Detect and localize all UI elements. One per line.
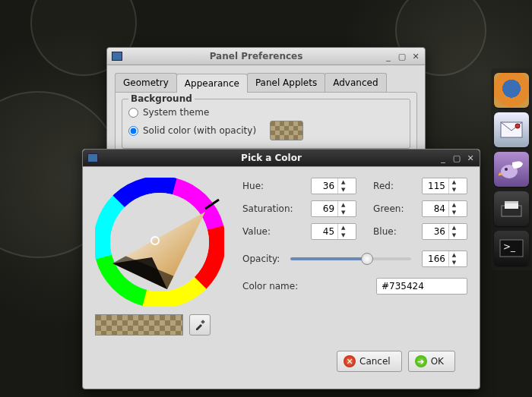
cancel-icon: ✕ <box>344 355 356 367</box>
blue-up[interactable]: ▲ <box>449 224 459 232</box>
mail-icon[interactable] <box>494 112 529 147</box>
eyedropper-icon <box>194 319 206 331</box>
saturation-label: Saturation: <box>242 203 294 214</box>
close-button[interactable]: ✕ <box>411 52 420 61</box>
radio-system-theme-input[interactable] <box>128 108 138 118</box>
pidgin-icon[interactable] <box>494 152 529 187</box>
saturation-input[interactable] <box>312 201 337 216</box>
close-button[interactable]: ✕ <box>466 153 475 162</box>
green-field[interactable]: ▲▼ <box>422 200 467 217</box>
hue-down[interactable]: ▼ <box>338 186 348 194</box>
tab-advanced[interactable]: Advanced <box>325 73 386 92</box>
blue-input[interactable] <box>423 224 448 239</box>
colorname-label: Color name: <box>242 281 366 291</box>
color-wheel-area <box>95 178 232 336</box>
hue-label: Hue: <box>242 181 294 191</box>
tab-appearance[interactable]: Appearance <box>176 74 248 93</box>
terminal-icon[interactable]: >_ <box>494 231 529 266</box>
op-up[interactable]: ▲ <box>449 251 459 259</box>
minimize-button[interactable]: _ <box>384 52 393 61</box>
saturation-field[interactable]: ▲▼ <box>311 200 356 217</box>
current-color-swatch <box>95 314 183 336</box>
color-title: Pick a Color <box>104 153 439 163</box>
pidgin-bird-icon <box>499 158 524 181</box>
minimize-button[interactable]: _ <box>439 153 448 162</box>
file-drawer-icon <box>500 200 523 218</box>
dialog-buttons: ✕ Cancel ➔ OK <box>95 346 467 381</box>
value-input[interactable] <box>312 224 337 239</box>
blue-label: Blue: <box>373 226 405 237</box>
red-field[interactable]: ▲▼ <box>422 178 467 194</box>
svg-point-3 <box>505 168 508 171</box>
color-picker-window: Pick a Color _ ▢ ✕ <box>82 149 480 389</box>
radio-system-theme-label: System theme <box>143 107 209 118</box>
val-down[interactable]: ▼ <box>338 232 348 239</box>
radio-system-theme[interactable]: System theme <box>128 107 404 118</box>
radio-solid-color-input[interactable] <box>128 126 138 136</box>
solid-color-swatch-button[interactable] <box>270 121 303 140</box>
background-group: Background System theme Solid color (wit… <box>122 99 410 149</box>
eyedropper-button[interactable] <box>189 314 211 336</box>
prefs-title: Panel Preferences <box>128 51 384 61</box>
color-body: Hue: ▲▼ Red: ▲▼ Saturation: ▲▼ Green: ▲▼… <box>83 167 480 389</box>
red-up[interactable]: ▲ <box>449 178 459 186</box>
svg-rect-21 <box>201 320 205 324</box>
ok-button[interactable]: ➔ OK <box>408 351 455 372</box>
radio-solid-color-label: Solid color (with opacity) <box>143 125 256 136</box>
red-down[interactable]: ▼ <box>449 186 459 194</box>
val-up[interactable]: ▲ <box>338 224 348 232</box>
prefs-tabs: Geometry Appearance Panel Applets Advanc… <box>115 73 417 92</box>
window-icon <box>87 153 98 162</box>
green-input[interactable] <box>423 201 448 216</box>
colorname-input[interactable] <box>376 278 467 295</box>
ok-label: OK <box>431 356 444 367</box>
radio-solid-color[interactable]: Solid color (with opacity) <box>128 121 404 140</box>
red-input[interactable] <box>423 178 448 194</box>
opacity-slider[interactable] <box>290 257 411 260</box>
blue-down[interactable]: ▼ <box>449 232 459 239</box>
green-up[interactable]: ▲ <box>449 201 459 209</box>
window-icon <box>112 52 122 61</box>
firefox-icon[interactable] <box>494 73 529 108</box>
svg-rect-6 <box>505 201 518 203</box>
green-label: Green: <box>373 203 405 214</box>
green-down[interactable]: ▼ <box>449 209 459 216</box>
svg-text:>_: >_ <box>503 241 516 252</box>
op-down[interactable]: ▼ <box>449 259 459 266</box>
hue-up[interactable]: ▲ <box>338 178 348 186</box>
files-icon[interactable] <box>494 191 529 226</box>
color-titlebar[interactable]: Pick a Color _ ▢ ✕ <box>83 150 480 167</box>
maximize-button[interactable]: ▢ <box>452 153 461 162</box>
value-label: Value: <box>242 226 294 237</box>
color-fields: Hue: ▲▼ Red: ▲▼ Saturation: ▲▼ Green: ▲▼… <box>242 178 467 336</box>
blue-field[interactable]: ▲▼ <box>422 223 467 240</box>
hue-input[interactable] <box>312 178 337 194</box>
value-field[interactable]: ▲▼ <box>311 223 356 240</box>
red-label: Red: <box>373 181 405 191</box>
opacity-field[interactable]: ▲▼ <box>422 250 467 267</box>
svg-point-1 <box>515 124 520 128</box>
prefs-titlebar[interactable]: Panel Preferences _ ▢ ✕ <box>107 48 425 65</box>
ok-icon: ➔ <box>415 355 427 367</box>
terminal-prompt-icon: >_ <box>499 239 524 257</box>
envelope-stamp-icon <box>500 121 523 138</box>
opacity-label: Opacity: <box>242 254 280 264</box>
tab-geometry[interactable]: Geometry <box>115 73 177 92</box>
cancel-button[interactable]: ✕ Cancel <box>337 351 402 372</box>
opacity-input[interactable] <box>423 251 448 266</box>
sat-down[interactable]: ▼ <box>338 209 348 216</box>
dock: >_ <box>491 68 532 270</box>
background-legend: Background <box>128 93 195 104</box>
hsv-color-wheel[interactable] <box>95 178 224 307</box>
hue-field[interactable]: ▲▼ <box>311 178 356 194</box>
tab-panel-applets[interactable]: Panel Applets <box>247 73 325 92</box>
cancel-label: Cancel <box>359 356 391 367</box>
maximize-button[interactable]: ▢ <box>397 52 407 61</box>
sat-up[interactable]: ▲ <box>338 201 348 209</box>
